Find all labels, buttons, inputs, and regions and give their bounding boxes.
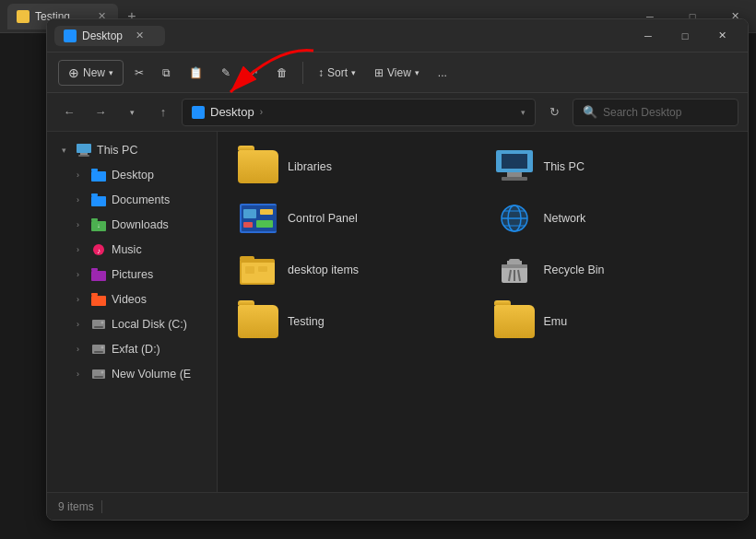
more-button[interactable]: ... xyxy=(431,62,455,84)
breadcrumb-chevron: › xyxy=(260,107,263,117)
back-button[interactable]: ← xyxy=(56,100,82,125)
music-chevron: › xyxy=(77,245,86,254)
documents-label: Documents xyxy=(112,193,170,206)
sidebar-item-desktop[interactable]: › Desktop xyxy=(51,163,213,187)
new-chevron: ▾ xyxy=(109,68,113,77)
downloads-label: Downloads xyxy=(112,218,169,231)
file-item-desktopitems[interactable]: desktop items xyxy=(229,246,481,294)
music-icon: ♪ xyxy=(91,242,106,257)
statusbar-separator xyxy=(101,500,102,513)
sort-button[interactable]: ↕ Sort ▾ xyxy=(311,62,363,84)
file-item-controlpanel[interactable]: Control Panel xyxy=(229,194,481,242)
svg-point-21 xyxy=(101,346,104,349)
main-area: ▾ This PC › xyxy=(47,132,748,492)
vole-label: New Volume (E xyxy=(112,368,191,381)
inner-maximize-button[interactable]: □ xyxy=(667,19,703,53)
thispc-chevron: ▾ xyxy=(62,146,71,155)
inner-tab-close[interactable]: ✕ xyxy=(136,29,144,41)
sidebar-item-downloads[interactable]: › ↓ Downloads xyxy=(51,213,213,237)
desktopitems-icon xyxy=(238,253,278,287)
search-bar[interactable]: 🔍 Search Desktop xyxy=(573,99,738,126)
breadcrumb-dropdown[interactable]: ▾ xyxy=(521,108,526,117)
svg-rect-4 xyxy=(91,169,98,171)
inner-tab-icon xyxy=(64,29,77,42)
new-label: New xyxy=(83,66,105,79)
file-item-network[interactable]: Network xyxy=(485,194,738,242)
copy-button[interactable]: ⧉ xyxy=(155,62,178,84)
svg-rect-12 xyxy=(91,271,106,281)
svg-text:♪: ♪ xyxy=(97,247,100,255)
svg-text:↓: ↓ xyxy=(97,222,100,228)
recyclebin-name: Recycle Bin xyxy=(544,264,605,276)
view-chevron: ▾ xyxy=(415,68,419,77)
sidebar-item-thispc[interactable]: ▾ This PC xyxy=(51,138,213,162)
sidebar-item-localc[interactable]: › Local Disk (C:) xyxy=(51,312,213,336)
exfat-icon xyxy=(91,342,106,357)
svg-rect-31 xyxy=(243,209,256,218)
sidebar-item-documents[interactable]: › Documents xyxy=(51,188,213,212)
toolbar-separator xyxy=(302,62,303,84)
localc-label: Local Disk (C:) xyxy=(112,318,187,331)
view-button[interactable]: ⊞ View ▾ xyxy=(367,62,427,84)
music-label: Music xyxy=(112,243,142,256)
refresh-button[interactable]: ↻ xyxy=(541,100,567,125)
sidebar-item-videos[interactable]: › Videos xyxy=(51,287,213,311)
up-button[interactable]: ↑ xyxy=(150,100,176,125)
rename-button[interactable]: ✎ xyxy=(214,62,238,84)
file-item-thispc[interactable]: This PC xyxy=(485,143,738,191)
svg-rect-1 xyxy=(80,153,88,155)
inner-win-controls: ─ □ ✕ xyxy=(630,19,740,53)
inner-titlebar: Desktop ✕ ─ □ ✕ xyxy=(47,19,748,53)
copy-icon: ⧉ xyxy=(162,66,171,79)
recent-button[interactable]: ▾ xyxy=(119,100,145,125)
svg-rect-8 xyxy=(91,218,98,221)
localc-chevron: › xyxy=(77,320,86,329)
exfat-label: Exfat (D:) xyxy=(112,343,160,356)
file-item-emu[interactable]: Emu xyxy=(485,298,738,346)
sidebar-item-pictures[interactable]: › Pictures xyxy=(51,263,213,287)
share-button[interactable]: ↗ xyxy=(242,62,266,84)
file-item-recyclebin[interactable]: Recycle Bin xyxy=(485,246,738,294)
videos-chevron: › xyxy=(77,295,86,304)
thispc-label: This PC xyxy=(97,144,137,157)
outer-tab-icon xyxy=(17,10,30,23)
inner-minimize-button[interactable]: ─ xyxy=(630,19,667,53)
inner-window: Desktop ✕ ─ □ ✕ ⊕ New ▾ ✂ ⧉ 📋 ✎ ↗ xyxy=(46,18,749,521)
cut-button[interactable]: ✂ xyxy=(127,62,151,84)
file-item-libraries[interactable]: Libraries xyxy=(229,143,481,191)
svg-rect-27 xyxy=(507,172,522,177)
svg-rect-17 xyxy=(94,326,103,328)
desktop-chevron: › xyxy=(77,170,86,180)
videos-icon xyxy=(91,292,106,307)
paste-button[interactable]: 📋 xyxy=(182,62,210,84)
svg-rect-34 xyxy=(256,220,273,228)
sort-chevron: ▾ xyxy=(351,68,356,77)
svg-rect-26 xyxy=(502,154,527,169)
svg-rect-23 xyxy=(94,376,103,378)
svg-rect-45 xyxy=(258,266,267,272)
thispc-file-name: This PC xyxy=(544,160,585,173)
delete-button[interactable]: 🗑 xyxy=(269,62,295,84)
new-button[interactable]: ⊕ New ▾ xyxy=(58,60,124,86)
svg-rect-0 xyxy=(77,144,91,153)
sidebar-item-music[interactable]: › ♪ Music xyxy=(51,238,213,262)
svg-rect-32 xyxy=(260,209,273,215)
new-icon: ⊕ xyxy=(68,65,79,80)
desktop-folder-icon xyxy=(91,168,106,182)
pictures-icon xyxy=(91,267,106,282)
network-name: Network xyxy=(544,212,586,225)
sidebar-item-exfat[interactable]: › Exfat (D:) xyxy=(51,337,213,361)
dl-chevron: › xyxy=(77,220,86,229)
testing-folder-icon xyxy=(238,305,278,338)
breadcrumb-bar[interactable]: Desktop › ▾ xyxy=(182,99,536,126)
vole-icon xyxy=(91,367,106,381)
emu-folder-icon xyxy=(494,305,535,338)
testing-name: Testing xyxy=(288,315,325,328)
inner-close-button[interactable]: ✕ xyxy=(703,19,740,53)
forward-button[interactable]: → xyxy=(88,100,113,125)
paste-icon: 📋 xyxy=(189,66,203,79)
sidebar-item-vole[interactable]: › New Volume (E xyxy=(51,362,213,386)
inner-tab[interactable]: Desktop ✕ xyxy=(54,26,165,46)
file-item-testing[interactable]: Testing xyxy=(229,298,481,346)
recyclebin-icon xyxy=(494,253,535,287)
